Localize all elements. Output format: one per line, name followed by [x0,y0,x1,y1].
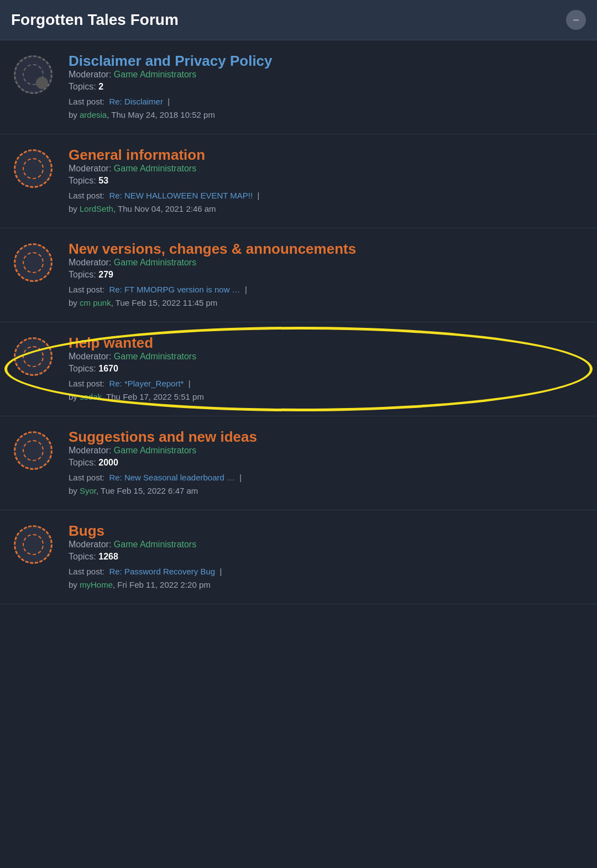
forum-moderator-name-general: Game Administrators [114,164,196,173]
forum-avatar-helpwanted [11,334,55,379]
forum-topics-count-bugs: 1268 [98,552,118,561]
forum-item-newversions: New versions, changes & announcements Mo… [0,228,597,322]
forum-topics-bugs: Topics: 1268 [69,552,586,562]
forum-item-suggestions: Suggestions and new ideas Moderator: Gam… [0,416,597,510]
forum-lastpost-link-general[interactable]: Re: NEW HALLOWEEN EVENT MAP!! [109,191,253,200]
forum-content-newversions: New versions, changes & announcements Mo… [69,240,586,310]
forum-moderator-name-suggestions: Game Administrators [114,446,196,455]
forum-topics-disclaimer: Topics: 2 [69,82,586,92]
forum-title-disclaimer[interactable]: Disclaimer and Privacy Policy [69,53,273,69]
avatar-outer-helpwanted [14,337,53,376]
forum-topics-helpwanted: Topics: 1670 [69,364,586,374]
forum-avatar-newversions [11,240,55,285]
avatar-outer-suggestions [14,431,53,470]
forum-moderator-disclaimer: Moderator: Game Administrators [69,70,586,80]
forum-avatar-disclaimer [11,53,55,97]
forum-lastpost-link-newversions[interactable]: Re: FT MMORPG version is now … [109,285,240,294]
avatar-outer-bugs [14,525,53,564]
forum-content-suggestions: Suggestions and new ideas Moderator: Gam… [69,428,586,498]
forum-moderator-helpwanted: Moderator: Game Administrators [69,352,586,362]
app-title: Forgotten Tales Forum [11,11,179,29]
forum-lastpost-author-suggestions[interactable]: Syor [80,486,96,495]
forum-item-helpwanted: Help wanted Moderator: Game Administrato… [0,322,597,416]
forum-topics-count-newversions: 279 [98,270,113,279]
forum-avatar-bugs [11,522,55,567]
forum-content-helpwanted: Help wanted Moderator: Game Administrato… [69,334,586,404]
forum-moderator-suggestions: Moderator: Game Administrators [69,446,586,456]
forum-title-bugs[interactable]: Bugs [69,522,104,539]
forum-avatar-general [11,147,55,191]
forum-lastpost-newversions: Last post: Re: FT MMORPG version is now … [69,283,586,310]
forum-lastpost-link-disclaimer[interactable]: Re: Disclaimer [109,97,163,106]
forum-lastpost-author-bugs[interactable]: myHome [80,580,113,589]
forum-title-general[interactable]: General information [69,147,205,163]
forum-lastpost-disclaimer: Last post: Re: Disclaimer | by ardesia, … [69,95,586,122]
forum-title-suggestions[interactable]: Suggestions and new ideas [69,428,257,445]
forum-lastpost-suggestions: Last post: Re: New Seasonal leaderboard … [69,471,586,498]
avatar-inner-newversions [23,252,44,273]
app-header: Forgotten Tales Forum − [0,0,597,40]
avatar-inner-bugs [23,534,44,555]
avatar-outer-disclaimer [14,55,53,94]
forum-lastpost-link-bugs[interactable]: Re: Password Recovery Bug [109,567,215,576]
forum-moderator-general: Moderator: Game Administrators [69,164,586,174]
forum-lastpost-bugs: Last post: Re: Password Recovery Bug | b… [69,565,586,592]
avatar-outer-general [14,149,53,188]
forum-topics-general: Topics: 53 [69,176,586,186]
forum-content-disclaimer: Disclaimer and Privacy Policy Moderator:… [69,53,586,122]
forum-item-bugs: Bugs Moderator: Game Administrators Topi… [0,510,597,604]
forum-list: Disclaimer and Privacy Policy Moderator:… [0,40,597,604]
forum-moderator-name-newversions: Game Administrators [114,258,196,267]
forum-lastpost-author-newversions[interactable]: cm punk [80,298,111,307]
forum-title-helpwanted[interactable]: Help wanted [69,334,153,351]
forum-lastpost-helpwanted: Last post: Re: *Player_Report* | by seda… [69,377,586,404]
forum-topics-newversions: Topics: 279 [69,270,586,280]
avatar-inner-helpwanted [23,346,44,367]
forum-content-general: General information Moderator: Game Admi… [69,147,586,216]
forum-topics-count-helpwanted: 1670 [98,364,118,373]
forum-moderator-newversions: Moderator: Game Administrators [69,258,586,268]
forum-moderator-name-bugs: Game Administrators [114,540,196,549]
forum-content-bugs: Bugs Moderator: Game Administrators Topi… [69,522,586,592]
forum-title-newversions[interactable]: New versions, changes & announcements [69,240,356,257]
forum-moderator-name-disclaimer: Game Administrators [114,70,196,79]
avatar-inner-suggestions [23,440,44,461]
forum-topics-suggestions: Topics: 2000 [69,458,586,468]
avatar-outer-newversions [14,243,53,282]
forum-item-general: General information Moderator: Game Admi… [0,134,597,228]
avatar-inner-general [23,158,44,179]
forum-item-disclaimer: Disclaimer and Privacy Policy Moderator:… [0,40,597,134]
forum-lastpost-link-suggestions[interactable]: Re: New Seasonal leaderboard … [109,473,235,482]
forum-lastpost-author-helpwanted[interactable]: sedak [80,392,102,401]
forum-topics-count-disclaimer: 2 [98,82,103,91]
forum-topics-count-general: 53 [98,176,108,185]
forum-avatar-suggestions [11,428,55,473]
forum-lastpost-author-disclaimer[interactable]: ardesia [80,110,107,119]
forum-moderator-name-helpwanted: Game Administrators [114,352,196,361]
forum-lastpost-link-helpwanted[interactable]: Re: *Player_Report* [109,379,184,388]
forum-lastpost-general: Last post: Re: NEW HALLOWEEN EVENT MAP!!… [69,189,586,216]
forum-lastpost-author-general[interactable]: LordSeth [80,204,113,213]
forum-moderator-bugs: Moderator: Game Administrators [69,540,586,550]
minimize-button[interactable]: − [566,10,586,30]
forum-topics-count-suggestions: 2000 [98,458,118,467]
